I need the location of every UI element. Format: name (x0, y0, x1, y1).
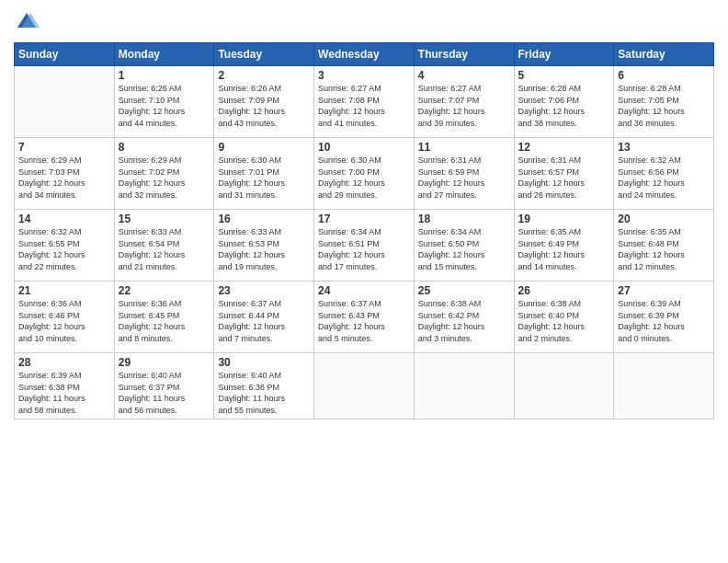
calendar-cell: 18Sunrise: 6:34 AM Sunset: 6:50 PM Dayli… (414, 210, 514, 282)
day-number: 22 (119, 284, 210, 297)
calendar-cell: 23Sunrise: 6:37 AM Sunset: 6:44 PM Dayli… (214, 282, 314, 353)
day-number: 29 (119, 356, 210, 369)
weekday-header-friday: Friday (514, 43, 614, 66)
day-info: Sunrise: 6:36 AM Sunset: 6:46 PM Dayligh… (18, 298, 110, 344)
calendar-cell: 17Sunrise: 6:34 AM Sunset: 6:51 PM Dayli… (314, 210, 415, 282)
day-number: 25 (418, 284, 510, 297)
calendar-cell: 20Sunrise: 6:35 AM Sunset: 6:48 PM Dayli… (614, 210, 714, 282)
day-info: Sunrise: 6:27 AM Sunset: 7:08 PM Dayligh… (318, 83, 410, 129)
day-info: Sunrise: 6:34 AM Sunset: 6:51 PM Dayligh… (318, 226, 410, 272)
day-info: Sunrise: 6:37 AM Sunset: 6:43 PM Dayligh… (318, 298, 410, 344)
calendar-cell: 5Sunrise: 6:28 AM Sunset: 7:06 PM Daylig… (514, 66, 614, 138)
calendar-cell: 16Sunrise: 6:33 AM Sunset: 6:53 PM Dayli… (214, 210, 314, 282)
calendar-cell: 8Sunrise: 6:29 AM Sunset: 7:02 PM Daylig… (114, 138, 214, 210)
calendar-cell (414, 353, 514, 419)
day-info: Sunrise: 6:30 AM Sunset: 7:01 PM Dayligh… (218, 155, 310, 201)
weekday-header-monday: Monday (114, 43, 214, 66)
calendar-cell (514, 353, 614, 419)
calendar-cell: 13Sunrise: 6:32 AM Sunset: 6:56 PM Dayli… (614, 138, 714, 210)
header (14, 9, 714, 35)
day-number: 8 (119, 141, 210, 154)
calendar-cell: 14Sunrise: 6:32 AM Sunset: 6:55 PM Dayli… (15, 210, 115, 282)
day-number: 4 (418, 69, 510, 82)
calendar-week-1: 1Sunrise: 6:26 AM Sunset: 7:10 PM Daylig… (15, 66, 714, 138)
day-info: Sunrise: 6:28 AM Sunset: 7:06 PM Dayligh… (518, 83, 610, 129)
calendar-cell: 7Sunrise: 6:29 AM Sunset: 7:03 PM Daylig… (15, 138, 115, 210)
calendar-cell: 4Sunrise: 6:27 AM Sunset: 7:07 PM Daylig… (414, 66, 514, 138)
calendar-cell: 3Sunrise: 6:27 AM Sunset: 7:08 PM Daylig… (314, 66, 415, 138)
day-info: Sunrise: 6:32 AM Sunset: 6:56 PM Dayligh… (618, 155, 710, 201)
day-info: Sunrise: 6:30 AM Sunset: 7:00 PM Dayligh… (318, 155, 410, 201)
page: SundayMondayTuesdayWednesdayThursdayFrid… (0, 0, 728, 563)
day-number: 26 (518, 284, 610, 297)
calendar-week-4: 21Sunrise: 6:36 AM Sunset: 6:46 PM Dayli… (15, 282, 714, 353)
day-info: Sunrise: 6:40 AM Sunset: 6:37 PM Dayligh… (119, 370, 210, 416)
day-number: 14 (18, 213, 110, 225)
calendar-cell: 28Sunrise: 6:39 AM Sunset: 6:38 PM Dayli… (15, 353, 115, 419)
day-info: Sunrise: 6:37 AM Sunset: 6:44 PM Dayligh… (218, 298, 310, 344)
day-number: 30 (218, 356, 310, 369)
day-info: Sunrise: 6:39 AM Sunset: 6:38 PM Dayligh… (18, 370, 110, 416)
day-number: 17 (318, 213, 410, 225)
day-number: 6 (618, 69, 710, 82)
weekday-header-tuesday: Tuesday (214, 43, 314, 66)
calendar-cell: 24Sunrise: 6:37 AM Sunset: 6:43 PM Dayli… (314, 282, 415, 353)
calendar-week-5: 28Sunrise: 6:39 AM Sunset: 6:38 PM Dayli… (15, 353, 714, 419)
calendar-cell: 27Sunrise: 6:39 AM Sunset: 6:39 PM Dayli… (614, 282, 714, 353)
day-info: Sunrise: 6:35 AM Sunset: 6:48 PM Dayligh… (618, 226, 710, 272)
calendar-week-3: 14Sunrise: 6:32 AM Sunset: 6:55 PM Dayli… (15, 210, 714, 282)
day-number: 13 (618, 141, 710, 154)
calendar-table: SundayMondayTuesdayWednesdayThursdayFrid… (14, 42, 714, 419)
day-number: 7 (18, 141, 110, 154)
day-number: 10 (318, 141, 410, 154)
calendar-week-2: 7Sunrise: 6:29 AM Sunset: 7:03 PM Daylig… (15, 138, 714, 210)
day-info: Sunrise: 6:38 AM Sunset: 6:42 PM Dayligh… (418, 298, 510, 344)
day-number: 5 (518, 69, 610, 82)
calendar-cell (314, 353, 415, 419)
day-number: 20 (618, 213, 710, 225)
day-info: Sunrise: 6:26 AM Sunset: 7:10 PM Dayligh… (119, 83, 210, 129)
day-number: 24 (318, 284, 410, 297)
day-info: Sunrise: 6:33 AM Sunset: 6:53 PM Dayligh… (218, 226, 310, 272)
day-info: Sunrise: 6:40 AM Sunset: 6:36 PM Dayligh… (218, 370, 310, 416)
calendar-cell: 11Sunrise: 6:31 AM Sunset: 6:59 PM Dayli… (414, 138, 514, 210)
calendar-cell: 19Sunrise: 6:35 AM Sunset: 6:49 PM Dayli… (514, 210, 614, 282)
day-number: 28 (18, 356, 110, 369)
day-number: 15 (119, 213, 210, 225)
calendar-cell: 15Sunrise: 6:33 AM Sunset: 6:54 PM Dayli… (114, 210, 214, 282)
calendar-cell: 12Sunrise: 6:31 AM Sunset: 6:57 PM Dayli… (514, 138, 614, 210)
day-info: Sunrise: 6:31 AM Sunset: 6:57 PM Dayligh… (518, 155, 610, 201)
weekday-header-row: SundayMondayTuesdayWednesdayThursdayFrid… (15, 43, 714, 66)
calendar-cell (15, 66, 115, 138)
day-info: Sunrise: 6:34 AM Sunset: 6:50 PM Dayligh… (418, 226, 510, 272)
day-info: Sunrise: 6:29 AM Sunset: 7:02 PM Dayligh… (119, 155, 210, 201)
day-number: 2 (218, 69, 310, 82)
day-number: 21 (18, 284, 110, 297)
day-number: 12 (518, 141, 610, 154)
day-number: 11 (418, 141, 510, 154)
weekday-header-thursday: Thursday (414, 43, 514, 66)
calendar-cell (614, 353, 714, 419)
calendar-cell: 1Sunrise: 6:26 AM Sunset: 7:10 PM Daylig… (114, 66, 214, 138)
logo (14, 9, 43, 35)
day-info: Sunrise: 6:36 AM Sunset: 6:45 PM Dayligh… (119, 298, 210, 344)
calendar-cell: 22Sunrise: 6:36 AM Sunset: 6:45 PM Dayli… (114, 282, 214, 353)
day-number: 19 (518, 213, 610, 225)
weekday-header-wednesday: Wednesday (314, 43, 415, 66)
calendar-cell: 29Sunrise: 6:40 AM Sunset: 6:37 PM Dayli… (114, 353, 214, 419)
day-number: 9 (218, 141, 310, 154)
day-number: 1 (119, 69, 210, 82)
calendar-cell: 21Sunrise: 6:36 AM Sunset: 6:46 PM Dayli… (15, 282, 115, 353)
weekday-header-sunday: Sunday (15, 43, 115, 66)
day-info: Sunrise: 6:26 AM Sunset: 7:09 PM Dayligh… (218, 83, 310, 129)
day-info: Sunrise: 6:29 AM Sunset: 7:03 PM Dayligh… (18, 155, 110, 201)
day-number: 23 (218, 284, 310, 297)
day-number: 3 (318, 69, 410, 82)
day-info: Sunrise: 6:33 AM Sunset: 6:54 PM Dayligh… (119, 226, 210, 272)
day-info: Sunrise: 6:39 AM Sunset: 6:39 PM Dayligh… (618, 298, 710, 344)
calendar-cell: 25Sunrise: 6:38 AM Sunset: 6:42 PM Dayli… (414, 282, 514, 353)
day-number: 27 (618, 284, 710, 297)
day-info: Sunrise: 6:28 AM Sunset: 7:05 PM Dayligh… (618, 83, 710, 129)
day-info: Sunrise: 6:38 AM Sunset: 6:40 PM Dayligh… (518, 298, 610, 344)
weekday-header-saturday: Saturday (614, 43, 714, 66)
